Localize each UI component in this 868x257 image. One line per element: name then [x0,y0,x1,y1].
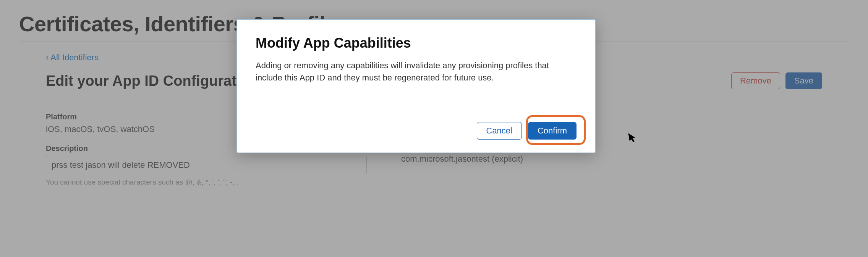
sub-title: Edit your App ID Configuration [46,73,258,89]
modal-description: Adding or removing any capabilities will… [256,59,561,84]
modal-actions: Cancel Confirm [256,122,577,140]
cancel-button[interactable]: Cancel [477,122,522,140]
header-actions: Remove Save [731,72,822,89]
modify-capabilities-modal: Modify App Capabilities Adding or removi… [236,19,596,153]
modal-title: Modify App Capabilities [256,35,577,51]
confirm-button[interactable]: Confirm [528,122,577,140]
description-input[interactable] [46,156,367,174]
bundle-id-value: com.microsoft.jasontest (explicit) [401,154,822,164]
remove-button[interactable]: Remove [731,72,780,89]
description-hint: You cannot use special characters such a… [46,178,367,186]
back-all-identifiers-link[interactable]: ‹ All Identifiers [46,53,99,63]
save-button[interactable]: Save [785,72,822,89]
